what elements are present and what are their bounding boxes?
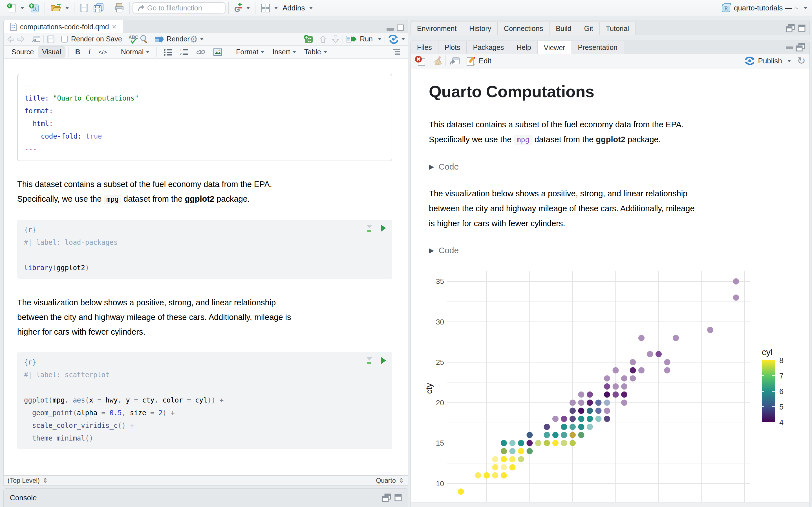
insert-chunk-button[interactable]: C bbox=[304, 35, 314, 44]
numbered-list-icon: 12 bbox=[180, 48, 188, 56]
addins-button[interactable]: Addins bbox=[280, 4, 315, 12]
code-fold-toggle-2[interactable]: ▶ Code bbox=[429, 245, 798, 255]
viewer-scroll-gutter[interactable] bbox=[411, 502, 809, 507]
editor-canvas[interactable]: ---title: "Quarto Computations"format: h… bbox=[3, 59, 408, 475]
format-menu[interactable]: Format bbox=[232, 47, 268, 57]
yaml-front-matter[interactable]: ---title: "Quarto Computations"format: h… bbox=[17, 74, 392, 161]
text-segment bbox=[24, 409, 32, 417]
go-previous-chunk-button[interactable] bbox=[319, 35, 327, 43]
table-menu[interactable]: Table bbox=[300, 47, 331, 57]
bullet-list-button[interactable] bbox=[160, 47, 176, 57]
code-chunk-load-packages[interactable]: {r}#| label: load-packages library(ggplo… bbox=[17, 220, 392, 279]
bold-button[interactable]: B bbox=[71, 47, 84, 57]
scope-selector[interactable]: (Top Level) ⇕ bbox=[8, 477, 48, 485]
tab-environment[interactable]: Environment bbox=[411, 22, 463, 35]
text-segment: = bbox=[97, 396, 105, 404]
filetype-selector[interactable]: Quarto ⇕ bbox=[376, 477, 404, 485]
git-button[interactable]: G bbox=[232, 3, 252, 13]
editor-paragraph-1[interactable]: This dataset contains a subset of the fu… bbox=[17, 177, 408, 207]
text-segment bbox=[24, 384, 28, 392]
open-in-window-icon[interactable] bbox=[31, 35, 41, 43]
console-pane-header[interactable]: Console bbox=[3, 489, 408, 507]
minimize-viewer-icon[interactable] bbox=[786, 47, 793, 49]
search-button[interactable] bbox=[139, 34, 149, 44]
italic-button[interactable]: I bbox=[84, 47, 94, 57]
tab-tutorial-label: Tutorial bbox=[606, 24, 629, 33]
save-button[interactable] bbox=[77, 3, 91, 12]
editor-paragraph-2[interactable]: The visualization below shows a positive… bbox=[17, 295, 408, 339]
text-line: The visualization below shows a positive… bbox=[17, 295, 408, 310]
tab-computations-code-fold[interactable]: computations-code-fold.qmd × bbox=[4, 20, 123, 33]
spellcheck-button[interactable]: ABC bbox=[128, 34, 139, 44]
tab-close-icon[interactable]: × bbox=[112, 22, 116, 31]
viewer-document[interactable]: Quarto Computations This dataset contain… bbox=[410, 68, 810, 507]
paragraph-style-dropdown[interactable]: Normal bbox=[117, 47, 154, 57]
insert-menu-label: Insert bbox=[272, 48, 290, 56]
clear-viewer-button[interactable] bbox=[432, 55, 443, 66]
run-chunk-icon[interactable] bbox=[380, 224, 387, 232]
data-point bbox=[578, 407, 585, 414]
tab-packages[interactable]: Packages bbox=[467, 41, 510, 54]
data-point bbox=[501, 456, 507, 462]
edit-button[interactable]: Edit bbox=[466, 56, 492, 66]
env-restore-icon[interactable] bbox=[786, 24, 795, 33]
mode-visual-button[interactable]: Visual bbox=[38, 47, 65, 57]
viewer-restore-icon[interactable] bbox=[796, 43, 806, 52]
tab-viewer[interactable]: Viewer bbox=[538, 41, 572, 54]
insert-menu[interactable]: Insert bbox=[268, 47, 300, 57]
render-button[interactable]: Render bbox=[155, 35, 190, 43]
new-file-button[interactable] bbox=[4, 3, 27, 13]
publish-button[interactable]: Publish bbox=[744, 56, 791, 66]
tab-history[interactable]: History bbox=[463, 22, 498, 35]
code-chunk-scatterplot[interactable]: {r}#| label: scatterplot ggplot(mpg, aes… bbox=[17, 352, 392, 449]
y-tick-label: 10 bbox=[436, 480, 444, 488]
refresh-viewer-button[interactable]: ↻ bbox=[797, 55, 806, 67]
data-point bbox=[527, 440, 533, 446]
new-project-button[interactable]: R bbox=[27, 3, 42, 13]
save-doc-icon[interactable] bbox=[47, 35, 55, 43]
text-segment: 2 bbox=[158, 409, 162, 417]
run-chunks-above-icon[interactable] bbox=[366, 224, 373, 233]
goto-file-function-input[interactable]: Go to file/function bbox=[133, 2, 225, 13]
code-format-button[interactable]: </> bbox=[94, 48, 111, 57]
open-viewer-new-window-button[interactable] bbox=[449, 56, 460, 66]
run-button[interactable]: Run bbox=[346, 35, 382, 43]
save-all-button[interactable] bbox=[91, 3, 106, 13]
print-button[interactable] bbox=[112, 3, 126, 13]
tab-presentation[interactable]: Presentation bbox=[572, 41, 624, 54]
stop-viewer-button[interactable] bbox=[415, 55, 426, 66]
numbered-list-button[interactable]: 12 bbox=[176, 47, 192, 57]
render-settings-button[interactable]: ⚙ bbox=[190, 34, 204, 45]
forward-icon[interactable] bbox=[17, 35, 25, 43]
data-point bbox=[509, 464, 516, 470]
open-file-button[interactable] bbox=[48, 3, 71, 13]
console-restore-icon[interactable] bbox=[382, 494, 392, 502]
rerun-button[interactable] bbox=[388, 35, 405, 44]
text-segment: --- bbox=[24, 82, 37, 90]
legend-title: cyl bbox=[762, 347, 772, 357]
maximize-source-icon[interactable] bbox=[397, 24, 404, 31]
tab-git[interactable]: Git bbox=[578, 22, 600, 35]
project-menu-button[interactable]: R quarto-tutorials — ~ bbox=[721, 3, 808, 13]
code-fold-toggle-1[interactable]: ▶ Code bbox=[429, 162, 798, 172]
run-chunk-icon[interactable] bbox=[380, 356, 387, 364]
tab-help[interactable]: Help bbox=[510, 41, 538, 54]
render-on-save-checkbox[interactable]: Render on Save bbox=[61, 35, 122, 43]
run-chunks-above-icon[interactable] bbox=[366, 356, 373, 365]
mode-source-button[interactable]: Source bbox=[8, 47, 38, 57]
minimize-source-icon[interactable] bbox=[387, 28, 394, 31]
text-segment: cty bbox=[142, 396, 154, 404]
outline-toggle-button[interactable] bbox=[388, 47, 404, 57]
go-next-chunk-button[interactable] bbox=[331, 35, 340, 43]
tab-tutorial[interactable]: Tutorial bbox=[600, 22, 636, 35]
env-maximize-icon[interactable] bbox=[798, 24, 806, 33]
back-icon[interactable] bbox=[6, 35, 15, 43]
tab-plots[interactable]: Plots bbox=[439, 41, 467, 54]
tab-connections[interactable]: Connections bbox=[498, 22, 550, 35]
console-maximize-icon[interactable] bbox=[395, 494, 402, 502]
tab-files[interactable]: Files bbox=[411, 41, 439, 54]
tab-build[interactable]: Build bbox=[550, 22, 578, 35]
link-button[interactable] bbox=[192, 47, 209, 57]
image-button[interactable] bbox=[209, 47, 226, 57]
panes-layout-button[interactable] bbox=[258, 3, 280, 13]
